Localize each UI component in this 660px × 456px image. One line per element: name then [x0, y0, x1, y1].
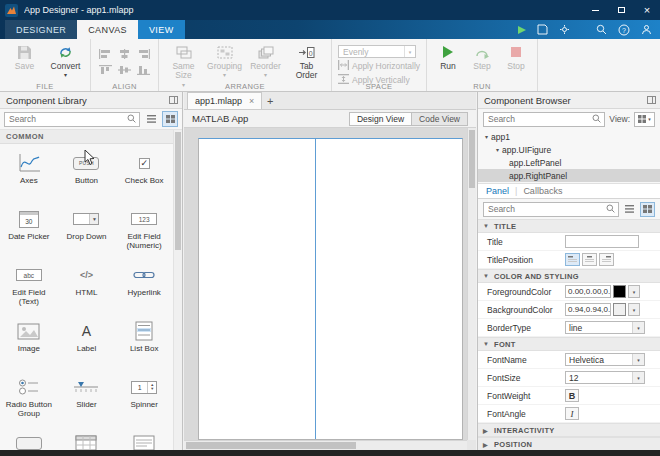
stop-button[interactable]: Stop [501, 42, 531, 71]
quick-run-icon[interactable] [518, 26, 526, 34]
align-center-icon[interactable] [116, 47, 133, 61]
component-drop-down[interactable]: ▼ Drop Down [58, 203, 116, 259]
browser-options-icon[interactable] [647, 96, 656, 104]
component-html[interactable]: </> HTML [58, 259, 116, 315]
library-scrollbar[interactable] [173, 130, 182, 450]
component-slider[interactable]: Slider [58, 371, 116, 427]
component-label[interactable]: A Label [58, 315, 116, 371]
section-title[interactable]: ▼ TITLE [478, 219, 660, 233]
tab-canvas[interactable]: CANVAS [77, 20, 138, 39]
component-state-button[interactable] [0, 427, 58, 450]
fontname-select[interactable]: Helvetica ▾ [565, 353, 645, 366]
tree-expand-icon[interactable]: ▾ [482, 133, 491, 140]
grouping-button[interactable]: Grouping ▾ [206, 42, 243, 78]
tab-order-button[interactable]: 0 Tab Order [288, 42, 325, 81]
titleposition-center-button[interactable] [582, 253, 597, 266]
library-search-input[interactable] [9, 114, 127, 124]
maximize-button[interactable] [608, 0, 634, 20]
left-panel-region[interactable] [199, 139, 315, 439]
tab-callbacks[interactable]: Callbacks [523, 186, 562, 196]
title-input[interactable] [565, 235, 639, 248]
reorder-button[interactable]: Reorder ▾ [247, 42, 284, 78]
section-font[interactable]: ▼ FONT [478, 337, 660, 351]
component-text-area[interactable] [115, 427, 173, 450]
component-edit-field-numeric[interactable]: 123 Edit Field (Numeric) [115, 203, 173, 259]
fontsize-select[interactable]: 12 ▾ [565, 371, 645, 384]
tree-node-leftpanel[interactable]: app.LeftPanel [478, 156, 660, 169]
component-axes[interactable]: Axes [0, 147, 58, 203]
right-panel-region[interactable] [315, 139, 462, 439]
library-section-common[interactable]: COMMON [0, 130, 182, 144]
background-value[interactable]: 0.94,0.94,0.94 [565, 303, 611, 316]
section-color-and-styling[interactable]: ▼ COLOR AND STYLING [478, 269, 660, 283]
component-list-box[interactable]: List Box [115, 315, 173, 371]
align-top-icon[interactable] [97, 63, 114, 77]
tree-node-rightpanel[interactable]: app.RightPanel [478, 169, 660, 182]
code-view-button[interactable]: Code View [412, 112, 468, 126]
section-position[interactable]: ▶ POSITION [478, 437, 660, 450]
component-image[interactable]: Image [0, 315, 58, 371]
run-button[interactable]: Run [433, 42, 463, 71]
minimize-button[interactable] [582, 0, 608, 20]
italic-button[interactable]: I [565, 407, 579, 420]
profile-icon[interactable] [641, 24, 652, 35]
component-spinner[interactable]: 1▲▼ Spinner [115, 371, 173, 427]
tree-expand-icon[interactable]: ▾ [493, 146, 502, 153]
help-icon[interactable]: ? [618, 24, 630, 36]
align-bottom-icon[interactable] [135, 63, 152, 77]
component-edit-field-text[interactable]: abc Edit Field (Text) [0, 259, 58, 315]
step-button[interactable]: Step [467, 42, 497, 71]
tree-node-app1[interactable]: ▾ app1 [478, 130, 660, 143]
document-tab-app1[interactable]: app1.mlapp × [187, 92, 262, 109]
component-button[interactable]: PUSH Button [58, 147, 116, 203]
tab-close-icon[interactable]: × [249, 97, 254, 106]
evenly-dropdown[interactable]: Evenly ▾ [338, 45, 416, 58]
tree-node-uifigure[interactable]: ▾ app.UIFigure [478, 143, 660, 156]
canvas-vertical-scrollbar[interactable] [467, 128, 476, 440]
background-swatch[interactable] [613, 303, 626, 316]
tab-designer[interactable]: DESIGNER [5, 20, 77, 39]
list-view-button[interactable] [143, 111, 159, 127]
foreground-swatch[interactable] [613, 285, 626, 298]
canvas-horizontal-scrollbar[interactable] [184, 440, 467, 450]
convert-button[interactable]: Convert ▾ [47, 42, 84, 78]
foreground-value[interactable]: 0.00,0.00,0.00 [565, 285, 611, 298]
align-left-icon[interactable] [97, 47, 114, 61]
quick-settings-icon[interactable] [559, 24, 570, 35]
search-docs-icon[interactable] [596, 24, 607, 35]
bordertype-select[interactable]: line ▾ [565, 321, 645, 334]
quick-save-icon[interactable] [537, 24, 548, 35]
library-scrollbar-thumb[interactable] [175, 132, 181, 250]
canvas-vscroll-thumb[interactable] [469, 130, 475, 188]
tab-panel[interactable]: Panel [486, 186, 509, 196]
sort-list-button[interactable] [622, 202, 637, 217]
component-date-picker[interactable]: 30 Date Picker [0, 203, 58, 259]
close-button[interactable]: × [634, 0, 660, 20]
titleposition-right-button[interactable] [599, 253, 614, 266]
component-table[interactable] [58, 427, 116, 450]
align-middle-icon[interactable] [116, 63, 133, 77]
inspector-search-input[interactable] [488, 204, 606, 214]
browser-view-button[interactable]: ▾ [634, 112, 655, 127]
canvas-hscroll-thumb[interactable] [186, 442, 356, 449]
apply-horizontally-button[interactable]: Apply Horizontally [338, 60, 420, 72]
align-right-icon[interactable] [135, 47, 152, 61]
foreground-dropdown-icon[interactable]: ▾ [628, 285, 640, 298]
design-view-button[interactable]: Design View [349, 112, 412, 126]
panel-options-icon[interactable] [169, 96, 178, 104]
grid-view-button[interactable] [162, 111, 178, 127]
background-dropdown-icon[interactable]: ▾ [628, 303, 640, 316]
save-button[interactable]: Save [6, 42, 43, 71]
tab-view[interactable]: VIEW [138, 20, 185, 39]
new-tab-button[interactable]: + [262, 93, 278, 109]
group-by-category-button[interactable] [640, 202, 655, 217]
uifigure-canvas[interactable] [198, 138, 463, 440]
component-radio-button-group[interactable]: Radio Button Group [0, 371, 58, 427]
same-size-button[interactable]: Same Size ▾ [165, 42, 202, 88]
component-check-box[interactable]: ✓ Check Box [115, 147, 173, 203]
component-hyperlink[interactable]: Hyperlink [115, 259, 173, 315]
browser-search-input[interactable] [488, 114, 592, 124]
titleposition-left-button[interactable] [565, 253, 580, 266]
bold-button[interactable]: B [565, 389, 579, 402]
section-interactivity[interactable]: ▶ INTERACTIVITY [478, 423, 660, 437]
